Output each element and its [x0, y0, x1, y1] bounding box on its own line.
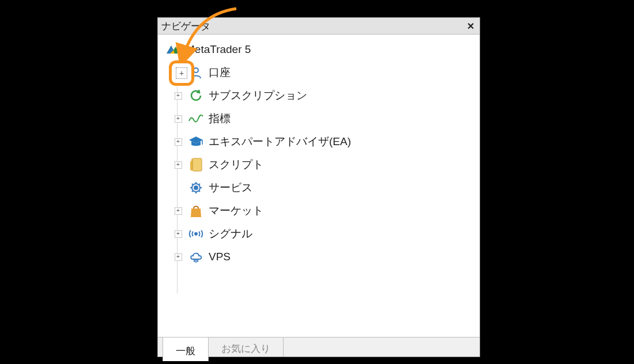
panel-titlebar[interactable]: ナビゲータ ✕ [158, 18, 480, 35]
stage: ナビゲータ ✕ MetaTrader 5 [0, 0, 634, 364]
panel-body: MetaTrader 5 口座 [158, 35, 480, 337]
tab-general[interactable]: 一般 [163, 337, 209, 361]
tree-item-market[interactable]: マーケット [174, 199, 477, 222]
gear-icon: ▸ [188, 180, 204, 196]
tree-item-label: 指標 [209, 111, 231, 126]
tree: MetaTrader 5 口座 [163, 38, 477, 268]
tree-item-scripts[interactable]: スクリプト [174, 153, 477, 176]
svg-point-7 [195, 233, 197, 235]
expander-icon[interactable] [175, 207, 182, 215]
tree-item-label: VPS [209, 251, 231, 263]
expander-icon[interactable] [175, 161, 182, 169]
expander-icon[interactable] [175, 230, 182, 238]
navigator-panel: ナビゲータ ✕ MetaTrader 5 [157, 17, 480, 357]
expander-icon[interactable] [175, 115, 182, 123]
svg-point-0 [194, 68, 198, 73]
tree-item-subscription[interactable]: サブスクリプション [174, 84, 477, 107]
tree-item-label: サービス [209, 180, 252, 195]
svg-rect-2 [193, 158, 202, 171]
cloud-icon [188, 249, 204, 265]
script-icon [188, 157, 204, 173]
tab-label: 一般 [176, 344, 195, 358]
tree-item-label: シグナル [209, 226, 252, 241]
tree-item-vps[interactable]: VPS [174, 245, 477, 268]
wave-icon [188, 111, 204, 127]
expander-icon[interactable] [175, 138, 182, 146]
expander-icon[interactable] [175, 92, 182, 100]
tree-item-signals[interactable]: シグナル [174, 222, 477, 245]
tree-item-label: スクリプト [209, 157, 263, 172]
mt5-logo-icon [165, 41, 181, 58]
annotation-highlight [169, 60, 194, 86]
tree-item-label: マーケット [209, 203, 263, 218]
tree-root[interactable]: MetaTrader 5 [165, 38, 477, 61]
refresh-icon [188, 88, 204, 104]
tree-item-indicators[interactable]: 指標 [174, 107, 477, 130]
expander-empty [174, 176, 182, 199]
tab-favorites[interactable]: お気に入り [209, 338, 284, 357]
tree-item-label: エキスパートアドバイザ(EA) [209, 134, 351, 149]
panel-title: ナビゲータ [161, 20, 465, 33]
svg-text:▸: ▸ [195, 185, 197, 191]
tree-item-label: サブスクリプション [209, 88, 307, 103]
tree-item-expert-advisors[interactable]: エキスパートアドバイザ(EA) [174, 130, 477, 153]
tree-item-services[interactable]: ▸ サービス [174, 176, 477, 199]
close-icon[interactable]: ✕ [465, 21, 476, 32]
tree-root-label: MetaTrader 5 [186, 43, 251, 56]
tree-item-label: 口座 [209, 65, 231, 80]
panel-tabs: 一般 お気に入り [158, 337, 480, 357]
plus-icon [176, 67, 187, 79]
expander-icon[interactable] [175, 253, 182, 261]
bag-icon [188, 203, 204, 219]
grad-cap-icon [188, 134, 204, 150]
tree-item-accounts[interactable]: 口座 [174, 61, 477, 84]
signal-icon [188, 226, 204, 242]
tab-label: お気に入り [221, 342, 270, 355]
